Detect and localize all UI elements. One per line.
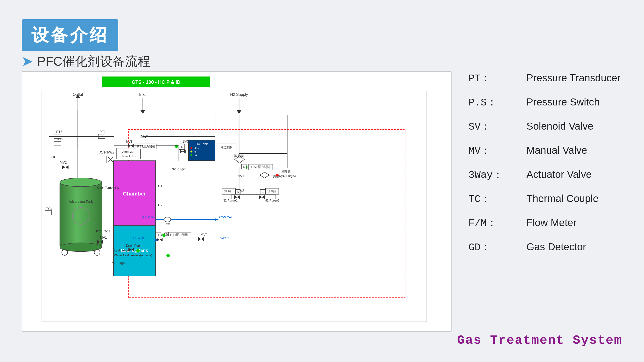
svg-text:S: S — [243, 165, 244, 168]
svg-text:Inlet: Inlet — [139, 92, 146, 96]
legend-item-sv: SV： Solenoid Valve — [468, 119, 626, 133]
svg-text:Chamber: Chamber — [123, 191, 146, 197]
svg-text:GTS - 100 - HC  P & ID: GTS - 100 - HC P & ID — [132, 79, 180, 85]
svg-point-137 — [136, 249, 140, 252]
svg-text:Leak sensor: Leak sensor — [114, 249, 131, 252]
legend-desc-tc: Thermal Couple — [526, 193, 598, 204]
legend-label-sv: SV： — [468, 119, 526, 133]
svg-text:N2 Purge1: N2 Purge1 — [223, 199, 238, 202]
legend-item-fm: F/M： Flow Meter — [468, 216, 626, 230]
svg-point-68 — [175, 145, 178, 148]
subtitle-arrow: ➤ — [22, 54, 32, 69]
svg-text:TC3: TC3 — [104, 230, 110, 233]
svg-text:PT2: PT2 — [96, 230, 102, 233]
svg-text:PCW In: PCW In — [133, 236, 144, 240]
legend-panel: PT： Pressure Transducer P.S： Pressure Sw… — [468, 71, 626, 264]
svg-text:PCW In: PCW In — [218, 236, 230, 240]
svg-text:GD: GD — [52, 155, 56, 159]
legend-label-pt: PT： — [468, 71, 526, 85]
title-banner: 设备介绍 — [22, 19, 118, 51]
legend-label-tc: TC： — [468, 192, 526, 205]
svg-text:Drain Port: Drain Port — [126, 244, 140, 247]
svg-text:MV4: MV4 — [201, 232, 208, 236]
svg-text:流量計: 流量計 — [224, 189, 233, 193]
svg-text:SV5: SV5 — [182, 139, 189, 143]
svg-text:S: S — [158, 233, 159, 236]
svg-text:PCW Out: PCW Out — [218, 216, 232, 219]
svg-text:N2 Purge2: N2 Purge2 — [112, 261, 126, 265]
svg-text:HI: HI — [194, 150, 196, 153]
svg-text:HIHi: HIHi — [194, 147, 199, 150]
svg-text:Water Leak sensor(outside): Water Leak sensor(outside) — [114, 253, 152, 257]
svg-text:Adsorption Tank: Adsorption Tank — [69, 200, 93, 203]
svg-point-71 — [190, 147, 192, 149]
svg-text:PCW Out: PCW Out — [142, 216, 156, 219]
svg-text:液位開關: 液位開關 — [221, 146, 232, 149]
svg-text:MV1: MV1 — [100, 236, 107, 239]
svg-text:TC5: TC5 — [56, 137, 63, 141]
svg-text:PT3: PT3 — [56, 130, 62, 134]
svg-rect-29 — [60, 182, 102, 247]
legend-label-3way: 3Way： — [468, 168, 526, 181]
legend-desc-fm: Flow Meter — [526, 217, 577, 229]
svg-text:P.S2壓力開關: P.S2壓力開關 — [170, 233, 188, 237]
legend-desc-gd: Gas Detector — [526, 241, 586, 253]
svg-text:LoLo: LoLo — [129, 155, 136, 158]
svg-text:TC1: TC1 — [156, 184, 162, 188]
svg-text:Run: Run — [122, 155, 128, 158]
legend-desc-3way: Actuator Valve — [526, 169, 592, 180]
page: 设备介绍 ➤ PFC催化剂设备流程 GTS - 100 - HC P & ID … — [0, 0, 644, 362]
svg-text:Atomizer: Atomizer — [122, 150, 135, 153]
legend-label-ps: P.S： — [468, 95, 526, 109]
svg-text:TC4: TC4 — [46, 207, 53, 211]
svg-text:P.S3压力開關: P.S3压力開關 — [137, 145, 154, 148]
svg-text:N2 Purge2: N2 Purge2 — [265, 199, 280, 202]
svg-text:TC2: TC2 — [156, 203, 162, 207]
svg-point-73 — [190, 151, 192, 153]
footer-text: Gas Treatment System — [457, 333, 622, 348]
svg-point-30 — [60, 178, 102, 187]
svg-text:Lo: Lo — [194, 153, 197, 156]
svg-text:Over-Temp. SW: Over-Temp. SW — [97, 186, 120, 189]
svg-text:N2 Supply: N2 Supply — [230, 92, 248, 96]
svg-text:N2 Purge1: N2 Purge1 — [172, 167, 187, 171]
subtitle-text: PFC催化剂设备流程 — [37, 53, 150, 70]
svg-text:MV3: MV3 — [126, 140, 132, 143]
svg-point-114 — [164, 217, 171, 222]
svg-text:Dw Tank: Dw Tank — [196, 142, 208, 146]
legend-label-fm: F/M： — [468, 216, 526, 230]
svg-text:AV1-3Way: AV1-3Way — [100, 151, 114, 154]
legend-desc-sv: Solenoid Valve — [526, 120, 593, 132]
svg-text:S: S — [166, 233, 168, 235]
svg-point-139 — [166, 254, 170, 257]
svg-text:N2 Purge3: N2 Purge3 — [282, 174, 296, 178]
svg-text:MV2: MV2 — [60, 160, 67, 164]
legend-item-mv: MV： Manual Valve — [468, 144, 626, 157]
svg-text:閥件管: 閥件管 — [282, 170, 290, 173]
diagram-svg: GTS - 100 - HC P & ID Outlet Inlet PT3 T… — [22, 72, 451, 331]
svg-text:PT1: PT1 — [100, 130, 106, 134]
svg-text:S: S — [262, 190, 264, 193]
legend-item-pt: PT： Pressure Transducer — [468, 71, 626, 85]
svg-text:CV: CV — [166, 223, 170, 226]
legend-item-ps: P.S： Pressure Switch — [468, 95, 626, 109]
svg-text:流量計: 流量計 — [268, 189, 276, 193]
footer-brand: Gas Treatment System — [457, 333, 622, 348]
legend-desc-ps: Pressure Switch — [526, 96, 600, 108]
legend-item-3way: 3Way： Actuator Valve — [468, 168, 626, 181]
legend-label-mv: MV： — [468, 144, 526, 157]
subtitle-row: ➤ PFC催化剂设备流程 — [22, 53, 150, 70]
title-text: 设备介绍 — [32, 25, 109, 45]
svg-text:S: S — [181, 145, 182, 148]
legend-desc-mv: Manual Valve — [526, 145, 587, 156]
legend-desc-pt: Pressure Transducer — [526, 72, 620, 84]
legend-item-tc: TC： Thermal Couple — [468, 192, 626, 205]
svg-text:S: S — [237, 190, 238, 193]
svg-point-75 — [190, 154, 192, 156]
legend-label-gd: GD： — [468, 240, 526, 254]
diagram-container: GTS - 100 - HC P & ID Outlet Inlet PT3 T… — [22, 71, 452, 332]
legend-item-gd: GD： Gas Detector — [468, 240, 626, 254]
svg-text:P.S1壓力開關: P.S1壓力開關 — [251, 165, 270, 169]
